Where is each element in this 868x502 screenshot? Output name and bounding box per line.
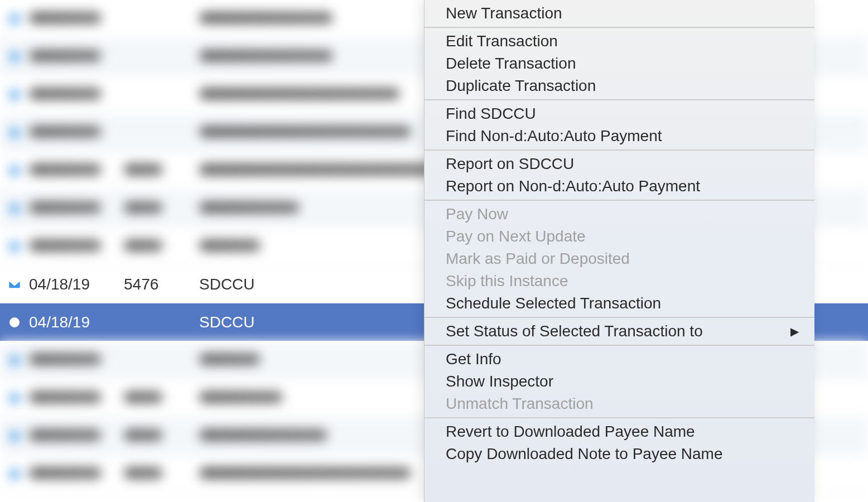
menu-group: New Transaction xyxy=(425,0,814,28)
menu-item[interactable]: Copy Downloaded Note to Payee Name xyxy=(425,443,814,465)
menu-item: Pay Now xyxy=(425,203,814,225)
menu-item-label: Revert to Downloaded Payee Name xyxy=(446,422,695,442)
menu-item-label: Schedule Selected Transaction xyxy=(446,293,661,313)
menu-item-label: Find SDCCU xyxy=(446,104,536,124)
dot-icon xyxy=(8,467,21,481)
menu-item: Pay on Next Update xyxy=(425,225,814,248)
menu-item[interactable]: Find Non-d:Auto:Auto Payment xyxy=(425,125,814,147)
menu-item-label: Skip this Instance xyxy=(446,271,568,291)
menu-item-label: Pay Now xyxy=(446,204,508,224)
dot-icon xyxy=(8,316,21,329)
context-menu: New TransactionEdit TransactionDelete Tr… xyxy=(424,0,814,502)
chevron-right-icon: ▶ xyxy=(790,321,799,341)
envelope-icon xyxy=(8,278,21,291)
dot-icon xyxy=(8,126,21,139)
menu-item[interactable]: Set Status of Selected Transaction to▶ xyxy=(425,320,814,342)
menu-item[interactable]: Schedule Selected Transaction xyxy=(425,292,814,315)
dot-icon xyxy=(8,88,21,102)
menu-group: Get InfoShow InspectorUnmatch Transactio… xyxy=(425,346,814,418)
menu-group: Pay NowPay on Next UpdateMark as Paid or… xyxy=(425,201,814,318)
menu-item-label: Get Info xyxy=(446,349,501,369)
menu-item[interactable]: New Transaction xyxy=(425,2,814,25)
dot-icon xyxy=(8,50,21,64)
menu-item[interactable]: Edit Transaction xyxy=(425,30,814,52)
dot-icon xyxy=(8,392,21,405)
dot-icon xyxy=(8,202,21,215)
dot-icon xyxy=(8,354,21,367)
menu-group: Edit TransactionDelete TransactionDuplic… xyxy=(425,28,814,100)
menu-item-label: Delete Transaction xyxy=(446,54,576,74)
menu-item[interactable]: Show Inspector xyxy=(425,370,814,393)
menu-item[interactable]: Get Info xyxy=(425,348,814,370)
menu-item-label: Find Non-d:Auto:Auto Payment xyxy=(446,126,662,146)
menu-item: Unmatch Transaction xyxy=(425,393,814,415)
menu-item[interactable]: Delete Transaction xyxy=(425,52,814,75)
menu-item-label: Report on SDCCU xyxy=(446,154,574,174)
menu-item-label: New Transaction xyxy=(446,3,562,23)
menu-item: Skip this Instance xyxy=(425,270,814,292)
menu-item-label: Pay on Next Update xyxy=(446,226,586,247)
menu-item-label: Unmatch Transaction xyxy=(446,394,594,414)
menu-item-label: Copy Downloaded Note to Payee Name xyxy=(446,444,723,464)
menu-item-label: Set Status of Selected Transaction to xyxy=(446,321,703,341)
menu-item-label: Mark as Paid or Deposited xyxy=(446,249,630,269)
dot-icon xyxy=(8,12,21,26)
menu-item-label: Report on Non-d:Auto:Auto Payment xyxy=(446,176,700,196)
menu-item[interactable]: Duplicate Transaction xyxy=(425,75,814,97)
dot-icon xyxy=(8,240,21,253)
transaction-date: 04/18/19 xyxy=(29,313,124,331)
menu-item-label: Show Inspector xyxy=(446,371,553,392)
menu-item[interactable]: Report on SDCCU xyxy=(425,153,814,175)
menu-group: Set Status of Selected Transaction to▶ xyxy=(425,318,814,346)
menu-group: Find SDCCUFind Non-d:Auto:Auto Payment xyxy=(425,100,814,151)
transaction-number: 5476 xyxy=(124,276,199,293)
menu-item[interactable]: Report on Non-d:Auto:Auto Payment xyxy=(425,175,814,197)
menu-group: Revert to Downloaded Payee NameCopy Down… xyxy=(425,418,814,467)
menu-item-label: Duplicate Transaction xyxy=(446,76,596,96)
dot-icon xyxy=(8,429,21,443)
menu-item[interactable]: Find SDCCU xyxy=(425,103,814,125)
dot-icon xyxy=(8,164,21,177)
menu-group: Report on SDCCUReport on Non-d:Auto:Auto… xyxy=(425,151,814,201)
menu-item: Mark as Paid or Deposited xyxy=(425,248,814,270)
menu-item-label: Edit Transaction xyxy=(446,31,558,51)
menu-item[interactable]: Revert to Downloaded Payee Name xyxy=(425,421,814,443)
transaction-date: 04/18/19 xyxy=(29,276,124,293)
